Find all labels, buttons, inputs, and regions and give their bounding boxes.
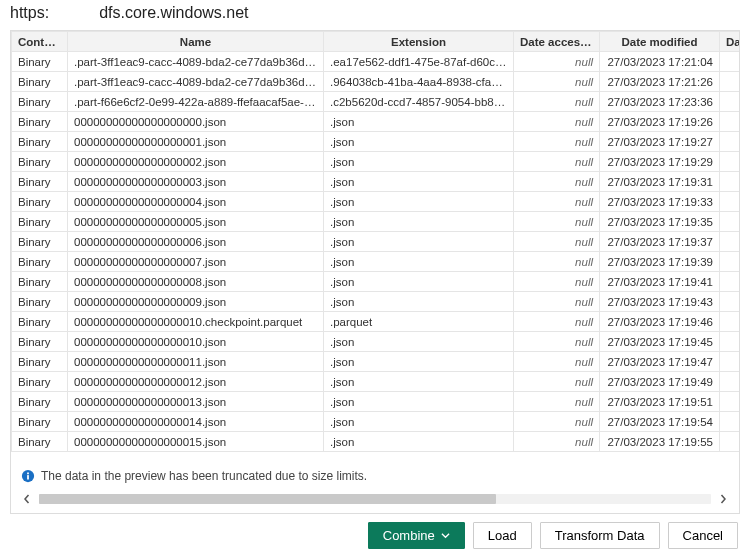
cancel-button[interactable]: Cancel <box>668 522 738 549</box>
cell-name: 00000000000000000008.json <box>68 272 324 292</box>
cell-extension: .json <box>324 212 514 232</box>
cell-content: Binary <box>12 312 68 332</box>
cell-date-created <box>720 432 740 452</box>
cell-name: 00000000000000000009.json <box>68 292 324 312</box>
chevron-left-icon[interactable] <box>19 491 35 507</box>
table-row[interactable]: Binary00000000000000000010.json.jsonnull… <box>12 332 740 352</box>
table-scroll-region[interactable]: Content Name Extension Date accessed Dat… <box>11 31 739 461</box>
cell-extension: .parquet <box>324 312 514 332</box>
cell-date-created <box>720 292 740 312</box>
table-row[interactable]: Binary00000000000000000011.json.jsonnull… <box>12 352 740 372</box>
table-row[interactable]: Binary00000000000000000004.json.jsonnull… <box>12 192 740 212</box>
cell-date-created <box>720 412 740 432</box>
table-row[interactable]: Binary.part-3ff1eac9-cacc-4089-bda2-ce77… <box>12 72 740 92</box>
cell-date-created <box>720 132 740 152</box>
cell-content: Binary <box>12 432 68 452</box>
cell-content: Binary <box>12 212 68 232</box>
cell-extension: .964038cb-41ba-4aa4-8938-cfa21930555b <box>324 72 514 92</box>
cell-date-modified: 27/03/2023 17:19:45 <box>600 332 720 352</box>
col-header-date-modified[interactable]: Date modified <box>600 32 720 52</box>
horizontal-scrollbar[interactable] <box>11 491 739 513</box>
transform-data-button[interactable]: Transform Data <box>540 522 660 549</box>
table-row[interactable]: Binary00000000000000000007.json.jsonnull… <box>12 252 740 272</box>
table-row[interactable]: Binary00000000000000000013.json.jsonnull… <box>12 392 740 412</box>
cell-date-modified: 27/03/2023 17:19:26 <box>600 112 720 132</box>
cell-date-accessed: null <box>514 52 600 72</box>
cell-date-modified: 27/03/2023 17:19:27 <box>600 132 720 152</box>
cell-date-created <box>720 272 740 292</box>
load-button[interactable]: Load <box>473 522 532 549</box>
col-header-extension[interactable]: Extension <box>324 32 514 52</box>
scroll-thumb[interactable] <box>39 494 496 504</box>
cell-content: Binary <box>12 192 68 212</box>
url-text: https:dfs.core.windows.net <box>10 4 249 22</box>
table-row[interactable]: Binary00000000000000000015.json.jsonnull… <box>12 432 740 452</box>
cell-name: 00000000000000000004.json <box>68 192 324 212</box>
cell-name: 00000000000000000000.json <box>68 112 324 132</box>
url-bar: https:dfs.core.windows.net <box>0 0 750 30</box>
table-row[interactable]: Binary00000000000000000014.json.jsonnull… <box>12 412 740 432</box>
cell-name: 00000000000000000010.checkpoint.parquet <box>68 312 324 332</box>
cell-content: Binary <box>12 92 68 112</box>
cell-extension: .json <box>324 192 514 212</box>
cell-date-accessed: null <box>514 212 600 232</box>
cell-extension: .json <box>324 232 514 252</box>
cell-date-modified: 27/03/2023 17:19:43 <box>600 292 720 312</box>
table-row[interactable]: Binary00000000000000000010.checkpoint.pa… <box>12 312 740 332</box>
url-host: dfs.core.windows.net <box>99 4 248 21</box>
cell-content: Binary <box>12 172 68 192</box>
cell-date-accessed: null <box>514 312 600 332</box>
col-header-content[interactable]: Content <box>12 32 68 52</box>
cell-date-accessed: null <box>514 352 600 372</box>
cell-date-accessed: null <box>514 372 600 392</box>
file-table: Content Name Extension Date accessed Dat… <box>11 31 739 452</box>
cell-date-created <box>720 192 740 212</box>
chevron-right-icon[interactable] <box>715 491 731 507</box>
col-header-date-created[interactable]: Date c <box>720 32 740 52</box>
col-header-date-accessed[interactable]: Date accessed <box>514 32 600 52</box>
cell-name: 00000000000000000006.json <box>68 232 324 252</box>
cell-date-accessed: null <box>514 332 600 352</box>
table-row[interactable]: Binary00000000000000000012.json.jsonnull… <box>12 372 740 392</box>
cell-date-accessed: null <box>514 112 600 132</box>
table-row[interactable]: Binary.part-3ff1eac9-cacc-4089-bda2-ce77… <box>12 52 740 72</box>
cell-date-accessed: null <box>514 192 600 212</box>
cell-date-modified: 27/03/2023 17:19:35 <box>600 212 720 232</box>
table-row[interactable]: Binary00000000000000000005.json.jsonnull… <box>12 212 740 232</box>
table-row[interactable]: Binary.part-f66e6cf2-0e99-422a-a889-ffef… <box>12 92 740 112</box>
cell-date-accessed: null <box>514 232 600 252</box>
cell-date-modified: 27/03/2023 17:23:36 <box>600 92 720 112</box>
cell-date-created <box>720 172 740 192</box>
table-row[interactable]: Binary00000000000000000009.json.jsonnull… <box>12 292 740 312</box>
cell-date-created <box>720 252 740 272</box>
cell-date-created <box>720 152 740 172</box>
cell-date-created <box>720 232 740 252</box>
table-row[interactable]: Binary00000000000000000003.json.jsonnull… <box>12 172 740 192</box>
table-row[interactable]: Binary00000000000000000002.json.jsonnull… <box>12 152 740 172</box>
scroll-track[interactable] <box>39 494 711 504</box>
cell-extension: .json <box>324 352 514 372</box>
table-row[interactable]: Binary00000000000000000008.json.jsonnull… <box>12 272 740 292</box>
cell-date-modified: 27/03/2023 17:19:54 <box>600 412 720 432</box>
table-row[interactable]: Binary00000000000000000006.json.jsonnull… <box>12 232 740 252</box>
cell-name: .part-f66e6cf2-0e99-422a-a889-ffefaacaf5… <box>68 92 324 112</box>
table-row[interactable]: Binary00000000000000000001.json.jsonnull… <box>12 132 740 152</box>
cell-date-modified: 27/03/2023 17:21:04 <box>600 52 720 72</box>
cell-name: 00000000000000000013.json <box>68 392 324 412</box>
combine-button[interactable]: Combine <box>368 522 465 549</box>
cell-extension: .json <box>324 372 514 392</box>
cell-content: Binary <box>12 412 68 432</box>
cell-extension: .json <box>324 112 514 132</box>
cell-extension: .json <box>324 252 514 272</box>
truncation-info: The data in the preview has been truncat… <box>11 461 739 491</box>
cell-content: Binary <box>12 292 68 312</box>
cell-date-modified: 27/03/2023 17:19:51 <box>600 392 720 412</box>
cell-date-accessed: null <box>514 72 600 92</box>
cell-extension: .json <box>324 412 514 432</box>
cell-date-created <box>720 332 740 352</box>
col-header-name[interactable]: Name <box>68 32 324 52</box>
cell-date-accessed: null <box>514 152 600 172</box>
cell-date-accessed: null <box>514 432 600 452</box>
cell-date-created <box>720 52 740 72</box>
table-row[interactable]: Binary00000000000000000000.json.jsonnull… <box>12 112 740 132</box>
